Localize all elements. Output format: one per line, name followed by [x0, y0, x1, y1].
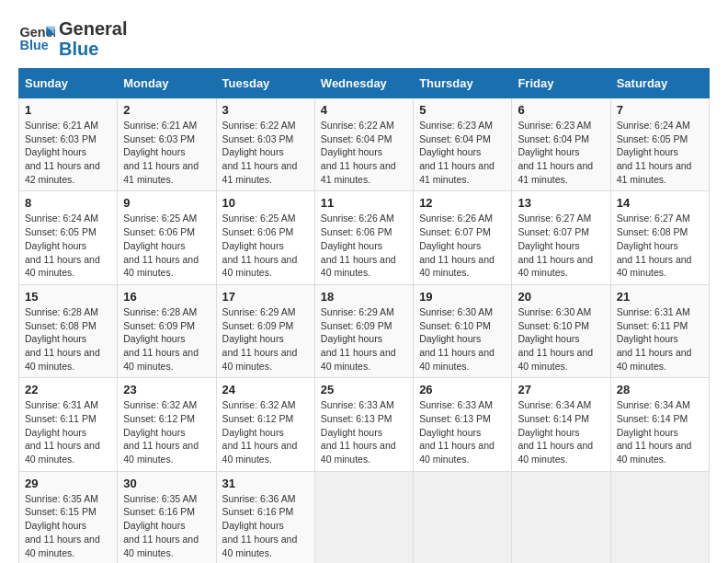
day-number: 30: [123, 477, 210, 490]
calendar-day-cell: 29 Sunrise: 6:35 AM Sunset: 6:15 PM Dayl…: [19, 471, 118, 563]
day-of-week-header: Saturday: [610, 69, 709, 98]
calendar-day-cell: 24 Sunrise: 6:32 AM Sunset: 6:12 PM Dayl…: [216, 378, 314, 471]
day-of-week-header: Monday: [118, 69, 216, 98]
calendar-header-row: SundayMondayTuesdayWednesdayThursdayFrid…: [19, 69, 710, 98]
calendar-day-cell: 23 Sunrise: 6:32 AM Sunset: 6:12 PM Dayl…: [118, 378, 216, 471]
day-info: Sunrise: 6:25 AM Sunset: 6:06 PM Dayligh…: [123, 212, 210, 279]
calendar-day-cell: 16 Sunrise: 6:28 AM Sunset: 6:09 PM Dayl…: [118, 284, 216, 377]
day-info: Sunrise: 6:28 AM Sunset: 6:08 PM Dayligh…: [25, 305, 111, 373]
calendar-day-cell: 4 Sunrise: 6:22 AM Sunset: 6:04 PM Dayli…: [314, 98, 413, 191]
day-number: 26: [419, 383, 506, 396]
day-number: 9: [123, 196, 210, 210]
calendar-week-row: 29 Sunrise: 6:35 AM Sunset: 6:15 PM Dayl…: [19, 471, 710, 563]
day-info: Sunrise: 6:24 AM Sunset: 6:05 PM Dayligh…: [25, 212, 111, 279]
day-number: 20: [518, 290, 604, 304]
day-info: Sunrise: 6:26 AM Sunset: 6:07 PM Dayligh…: [419, 212, 506, 279]
day-of-week-header: Thursday: [414, 69, 512, 98]
day-number: 18: [321, 290, 407, 304]
calendar-day-cell: 2 Sunrise: 6:21 AM Sunset: 6:03 PM Dayli…: [118, 98, 216, 191]
calendar-day-cell: 6 Sunrise: 6:23 AM Sunset: 6:04 PM Dayli…: [512, 98, 610, 191]
calendar-day-cell: 30 Sunrise: 6:35 AM Sunset: 6:16 PM Dayl…: [118, 471, 216, 563]
day-info: Sunrise: 6:32 AM Sunset: 6:12 PM Dayligh…: [123, 398, 210, 465]
calendar-day-cell: 11 Sunrise: 6:26 AM Sunset: 6:06 PM Dayl…: [314, 191, 413, 284]
day-number: 29: [25, 477, 111, 490]
calendar-day-cell: 22 Sunrise: 6:31 AM Sunset: 6:11 PM Dayl…: [19, 378, 118, 471]
day-info: Sunrise: 6:26 AM Sunset: 6:06 PM Dayligh…: [321, 212, 407, 279]
day-number: 7: [617, 103, 703, 117]
day-info: Sunrise: 6:32 AM Sunset: 6:12 PM Dayligh…: [222, 398, 309, 465]
day-number: 15: [25, 290, 111, 304]
day-of-week-header: Wednesday: [314, 69, 413, 98]
day-number: 24: [222, 383, 309, 396]
calendar-day-cell: 14 Sunrise: 6:27 AM Sunset: 6:08 PM Dayl…: [610, 191, 709, 284]
day-number: 28: [617, 383, 703, 396]
empty-cell: [512, 471, 610, 563]
day-number: 13: [518, 196, 604, 210]
logo: General Blue General Blue: [18, 18, 127, 59]
day-number: 17: [222, 290, 309, 304]
day-number: 27: [518, 383, 604, 396]
day-info: Sunrise: 6:31 AM Sunset: 6:11 PM Dayligh…: [617, 305, 703, 373]
day-info: Sunrise: 6:27 AM Sunset: 6:07 PM Dayligh…: [518, 212, 604, 279]
day-number: 16: [123, 290, 210, 304]
calendar-day-cell: 17 Sunrise: 6:29 AM Sunset: 6:09 PM Dayl…: [216, 284, 314, 377]
calendar-day-cell: 31 Sunrise: 6:36 AM Sunset: 6:16 PM Dayl…: [216, 471, 314, 563]
calendar-week-row: 22 Sunrise: 6:31 AM Sunset: 6:11 PM Dayl…: [19, 378, 710, 471]
day-number: 12: [419, 196, 506, 210]
day-number: 23: [123, 383, 210, 396]
empty-cell: [314, 471, 413, 563]
calendar-day-cell: 3 Sunrise: 6:22 AM Sunset: 6:03 PM Dayli…: [216, 98, 314, 191]
day-number: 5: [419, 103, 506, 117]
day-info: Sunrise: 6:36 AM Sunset: 6:16 PM Dayligh…: [222, 492, 309, 559]
day-number: 19: [419, 290, 506, 304]
calendar-day-cell: 9 Sunrise: 6:25 AM Sunset: 6:06 PM Dayli…: [118, 191, 216, 284]
calendar-day-cell: 18 Sunrise: 6:29 AM Sunset: 6:09 PM Dayl…: [314, 284, 413, 377]
calendar-day-cell: 19 Sunrise: 6:30 AM Sunset: 6:10 PM Dayl…: [414, 284, 512, 377]
calendar-day-cell: 10 Sunrise: 6:25 AM Sunset: 6:06 PM Dayl…: [216, 191, 314, 284]
empty-cell: [414, 471, 512, 563]
calendar-day-cell: 13 Sunrise: 6:27 AM Sunset: 6:07 PM Dayl…: [512, 191, 610, 284]
calendar-day-cell: 20 Sunrise: 6:30 AM Sunset: 6:10 PM Dayl…: [512, 284, 610, 377]
day-number: 14: [617, 196, 703, 210]
page-header: General Blue General Blue: [18, 18, 710, 59]
day-number: 25: [321, 383, 407, 396]
calendar-day-cell: 21 Sunrise: 6:31 AM Sunset: 6:11 PM Dayl…: [610, 284, 709, 377]
day-info: Sunrise: 6:22 AM Sunset: 6:03 PM Dayligh…: [222, 119, 309, 186]
day-number: 10: [222, 196, 309, 210]
day-info: Sunrise: 6:33 AM Sunset: 6:13 PM Dayligh…: [419, 398, 506, 465]
day-number: 11: [321, 196, 407, 210]
day-number: 31: [222, 477, 309, 490]
day-number: 2: [123, 103, 210, 117]
day-info: Sunrise: 6:21 AM Sunset: 6:03 PM Dayligh…: [25, 119, 111, 186]
calendar-week-row: 1 Sunrise: 6:21 AM Sunset: 6:03 PM Dayli…: [19, 98, 710, 191]
day-info: Sunrise: 6:21 AM Sunset: 6:03 PM Dayligh…: [123, 119, 210, 186]
day-info: Sunrise: 6:23 AM Sunset: 6:04 PM Dayligh…: [419, 119, 506, 186]
svg-text:Blue: Blue: [20, 38, 49, 52]
calendar-day-cell: 15 Sunrise: 6:28 AM Sunset: 6:08 PM Dayl…: [19, 284, 118, 377]
day-info: Sunrise: 6:31 AM Sunset: 6:11 PM Dayligh…: [25, 398, 111, 465]
logo-icon: General Blue: [18, 20, 55, 57]
calendar-day-cell: 8 Sunrise: 6:24 AM Sunset: 6:05 PM Dayli…: [19, 191, 118, 284]
day-number: 22: [25, 383, 111, 396]
day-info: Sunrise: 6:23 AM Sunset: 6:04 PM Dayligh…: [518, 119, 604, 186]
day-info: Sunrise: 6:29 AM Sunset: 6:09 PM Dayligh…: [321, 305, 407, 373]
calendar-day-cell: 5 Sunrise: 6:23 AM Sunset: 6:04 PM Dayli…: [414, 98, 512, 191]
day-info: Sunrise: 6:35 AM Sunset: 6:15 PM Dayligh…: [25, 492, 111, 559]
calendar-week-row: 8 Sunrise: 6:24 AM Sunset: 6:05 PM Dayli…: [19, 191, 710, 284]
calendar-day-cell: 26 Sunrise: 6:33 AM Sunset: 6:13 PM Dayl…: [414, 378, 512, 471]
day-info: Sunrise: 6:24 AM Sunset: 6:05 PM Dayligh…: [617, 119, 703, 186]
calendar-day-cell: 12 Sunrise: 6:26 AM Sunset: 6:07 PM Dayl…: [414, 191, 512, 284]
calendar-day-cell: 28 Sunrise: 6:34 AM Sunset: 6:14 PM Dayl…: [610, 378, 709, 471]
calendar-day-cell: 25 Sunrise: 6:33 AM Sunset: 6:13 PM Dayl…: [314, 378, 413, 471]
calendar-day-cell: 1 Sunrise: 6:21 AM Sunset: 6:03 PM Dayli…: [19, 98, 118, 191]
day-info: Sunrise: 6:33 AM Sunset: 6:13 PM Dayligh…: [321, 398, 407, 465]
day-info: Sunrise: 6:22 AM Sunset: 6:04 PM Dayligh…: [321, 119, 407, 186]
day-info: Sunrise: 6:27 AM Sunset: 6:08 PM Dayligh…: [617, 212, 703, 279]
day-info: Sunrise: 6:34 AM Sunset: 6:14 PM Dayligh…: [518, 398, 604, 465]
day-info: Sunrise: 6:25 AM Sunset: 6:06 PM Dayligh…: [222, 212, 309, 279]
day-info: Sunrise: 6:34 AM Sunset: 6:14 PM Dayligh…: [617, 398, 703, 465]
day-of-week-header: Tuesday: [216, 69, 314, 98]
day-info: Sunrise: 6:30 AM Sunset: 6:10 PM Dayligh…: [419, 305, 506, 373]
day-number: 1: [25, 103, 111, 117]
day-number: 6: [518, 103, 604, 117]
